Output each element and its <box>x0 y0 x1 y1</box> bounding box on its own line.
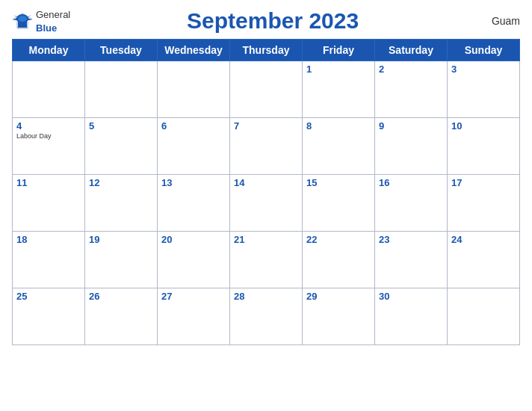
calendar-cell: 25 <box>13 288 85 345</box>
calendar-header-row: MondayTuesdayWednesdayThursdayFridaySatu… <box>13 40 520 61</box>
holiday-label: Labour Day <box>16 132 81 140</box>
calendar-cell: 12 <box>85 175 158 232</box>
calendar-cell: 14 <box>230 175 303 232</box>
day-number: 17 <box>451 177 516 188</box>
calendar-cell: 19 <box>85 232 158 288</box>
calendar-week-2: 4Labour Day5678910 <box>13 118 520 175</box>
day-number: 30 <box>379 291 443 302</box>
calendar-header-tuesday: Tuesday <box>85 40 158 61</box>
day-number: 13 <box>161 177 226 188</box>
calendar-cell: 6 <box>158 118 230 175</box>
calendar-cell: 16 <box>375 175 448 232</box>
calendar-cell: 27 <box>158 288 230 345</box>
calendar-cell: 17 <box>448 175 520 232</box>
day-number: 28 <box>234 291 298 302</box>
logo-blue-span: Blue <box>36 22 57 34</box>
calendar-cell <box>85 61 158 118</box>
calendar-cell: 5 <box>85 118 158 175</box>
calendar-cell: 23 <box>375 232 448 288</box>
calendar-header-monday: Monday <box>13 40 85 61</box>
calendar-week-1: 123 <box>13 61 520 118</box>
day-number: 7 <box>234 120 298 132</box>
calendar-week-3: 11121314151617 <box>13 175 520 232</box>
calendar-cell <box>13 61 85 118</box>
day-number: 2 <box>379 64 443 75</box>
calendar-cell <box>158 61 230 118</box>
calendar-cell: 30 <box>375 288 448 345</box>
calendar-cell: 9 <box>375 118 448 175</box>
day-number: 27 <box>161 291 226 302</box>
day-number: 6 <box>161 120 226 132</box>
logo-blue-text: Blue <box>36 21 70 34</box>
logo: General Blue <box>12 7 70 34</box>
day-number: 8 <box>306 120 371 132</box>
day-number: 14 <box>234 177 298 188</box>
day-number: 4 <box>16 120 81 132</box>
calendar-cell: 8 <box>303 118 375 175</box>
calendar-header-sunday: Sunday <box>448 40 520 61</box>
day-number: 20 <box>161 234 226 245</box>
day-number: 29 <box>306 291 371 302</box>
calendar-header-wednesday: Wednesday <box>158 40 230 61</box>
logo-general-span: General <box>36 9 70 20</box>
calendar-cell: 3 <box>448 61 520 118</box>
day-number: 19 <box>89 234 153 245</box>
calendar-cell: 18 <box>13 232 85 288</box>
calendar-cell: 20 <box>158 232 230 288</box>
calendar-cell: 21 <box>230 232 303 288</box>
svg-point-3 <box>18 16 27 22</box>
calendar-cell: 11 <box>13 175 85 232</box>
calendar-cell: 13 <box>158 175 230 232</box>
calendar-cell: 28 <box>230 288 303 345</box>
day-number: 26 <box>89 291 153 302</box>
calendar-cell <box>448 288 520 345</box>
calendar-cell: 26 <box>85 288 158 345</box>
day-number: 18 <box>16 234 81 245</box>
day-number: 24 <box>451 234 516 245</box>
country-label: Guam <box>475 15 520 27</box>
day-number: 10 <box>451 120 516 132</box>
top-bar: General Blue September 2023 Guam <box>12 7 520 34</box>
day-number: 21 <box>234 234 298 245</box>
day-number: 11 <box>16 177 81 188</box>
day-number: 15 <box>306 177 371 188</box>
calendar-cell: 22 <box>303 232 375 288</box>
calendar-table: MondayTuesdayWednesdayThursdayFridaySatu… <box>12 39 520 345</box>
logo-general-text: General <box>36 7 70 21</box>
calendar-week-5: 252627282930 <box>13 288 520 345</box>
day-number: 23 <box>379 234 443 245</box>
day-number: 5 <box>89 120 153 132</box>
calendar-cell <box>230 61 303 118</box>
calendar-header-friday: Friday <box>303 40 375 61</box>
day-number: 22 <box>306 234 371 245</box>
day-number: 1 <box>306 64 371 75</box>
day-number: 12 <box>89 177 153 188</box>
calendar-header-saturday: Saturday <box>375 40 448 61</box>
calendar-cell: 4Labour Day <box>13 118 85 175</box>
calendar-week-4: 18192021222324 <box>13 232 520 288</box>
day-number: 3 <box>451 64 516 75</box>
day-number: 16 <box>379 177 443 188</box>
month-title: September 2023 <box>70 8 475 34</box>
calendar-cell: 2 <box>375 61 448 118</box>
day-number: 9 <box>379 120 443 132</box>
logo-bird-icon <box>12 13 33 29</box>
day-number: 25 <box>16 291 81 302</box>
calendar-cell: 29 <box>303 288 375 345</box>
calendar-cell: 1 <box>303 61 375 118</box>
calendar-header-thursday: Thursday <box>230 40 303 61</box>
calendar-cell: 24 <box>448 232 520 288</box>
calendar-cell: 7 <box>230 118 303 175</box>
calendar-cell: 15 <box>303 175 375 232</box>
calendar-cell: 10 <box>448 118 520 175</box>
